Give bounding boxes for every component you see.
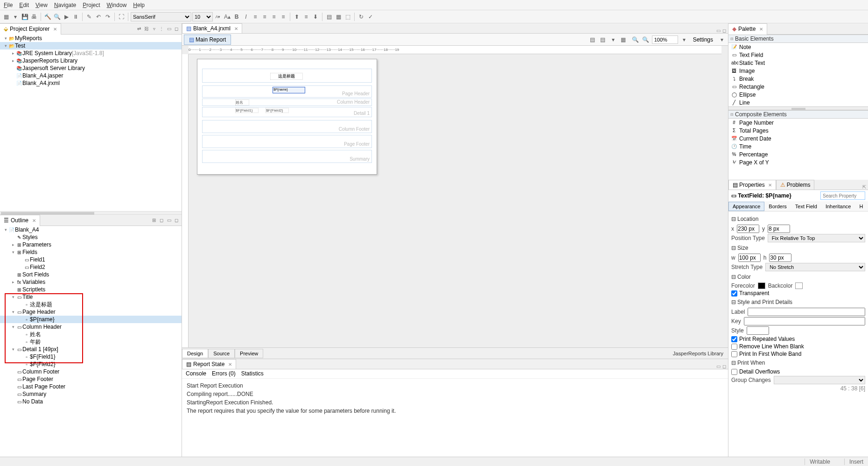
collapse-icon[interactable]: ⇄ bbox=[136, 26, 142, 32]
style-input[interactable] bbox=[747, 326, 769, 335]
close-icon[interactable]: ✕ bbox=[234, 26, 238, 31]
valign-bottom-icon[interactable]: ⬇ bbox=[311, 13, 320, 21]
menu-project[interactable]: Project bbox=[83, 2, 100, 8]
search-icon[interactable]: 🔍 bbox=[53, 13, 61, 21]
menu-help[interactable]: Help bbox=[133, 2, 145, 8]
tree-item[interactable]: 📄Blank_A4.jasper bbox=[0, 72, 182, 79]
align-right-icon[interactable]: ≡ bbox=[270, 13, 278, 21]
valign-top-icon[interactable]: ⬆ bbox=[293, 13, 301, 21]
composite-elements-header[interactable]: ⊟Composite Elements bbox=[728, 110, 868, 119]
title-element[interactable]: 这是标题 bbox=[270, 73, 303, 80]
backcolor-swatch[interactable] bbox=[795, 282, 803, 289]
tree-item[interactable]: ▾▭Detail 1 [49px] bbox=[0, 346, 182, 353]
tree-item[interactable]: 📄Blank_A4.jrxml bbox=[0, 79, 182, 87]
tree-item[interactable]: ▸📚JRE System Library [JavaSE-1.8] bbox=[0, 49, 182, 57]
build-icon[interactable]: 🔨 bbox=[43, 13, 52, 21]
refresh-icon[interactable]: ↻ bbox=[357, 13, 365, 21]
align-center-icon[interactable]: ≡ bbox=[260, 13, 269, 21]
menu-window[interactable]: Window bbox=[107, 2, 127, 8]
palette-item[interactable]: ╱Line bbox=[728, 99, 868, 106]
max-icon[interactable]: ◻ bbox=[173, 217, 180, 224]
min-icon[interactable]: ▭ bbox=[716, 364, 721, 369]
tree-item[interactable]: ▭Column Footer bbox=[0, 368, 182, 375]
view-3-icon[interactable]: ▾ bbox=[609, 35, 617, 44]
tree-item[interactable]: ▫这是标题 bbox=[0, 301, 182, 308]
palette-item[interactable]: ▭Text Field bbox=[728, 51, 868, 59]
palette-item[interactable]: %Percentage bbox=[728, 150, 868, 158]
appearance-subtab[interactable]: Appearance bbox=[728, 202, 764, 211]
max-icon[interactable]: ◻ bbox=[173, 26, 180, 32]
edit-icon[interactable]: ✎ bbox=[85, 13, 93, 21]
menu-navigate[interactable]: Navigate bbox=[54, 2, 76, 8]
tree-item[interactable]: ▭No Data bbox=[0, 398, 182, 405]
w-input[interactable] bbox=[738, 254, 761, 262]
settings-dropdown-icon[interactable]: ▾ bbox=[718, 35, 726, 44]
tree-item[interactable]: ▭Summary bbox=[0, 390, 182, 398]
main-report-tab[interactable]: ▤ Main Report bbox=[184, 35, 231, 45]
design-tab[interactable]: Design bbox=[182, 349, 208, 358]
palette-item[interactable]: ◯Ellipse bbox=[728, 91, 868, 99]
palette-item[interactable]: abcStatic Text bbox=[728, 59, 868, 67]
console-tab[interactable]: Console bbox=[186, 370, 206, 377]
key-input[interactable] bbox=[744, 317, 865, 325]
link-icon[interactable]: ⛓ bbox=[143, 26, 150, 32]
forecolor-swatch[interactable] bbox=[758, 282, 765, 289]
font-inc-icon[interactable]: A▴ bbox=[223, 13, 231, 21]
bold-icon[interactable]: B bbox=[232, 13, 241, 21]
report-state-tab[interactable]: ▤ Report State ✕ bbox=[182, 359, 236, 369]
x-input[interactable] bbox=[737, 225, 759, 233]
search-property-input[interactable] bbox=[820, 191, 865, 200]
layout-3-icon[interactable]: ⬚ bbox=[343, 13, 352, 21]
detail-overflows-checkbox[interactable] bbox=[731, 369, 737, 375]
label-input[interactable] bbox=[748, 308, 865, 316]
debug-icon[interactable]: ⏸ bbox=[71, 13, 80, 21]
check-icon[interactable]: ✓ bbox=[366, 13, 375, 21]
h-input[interactable] bbox=[769, 254, 791, 262]
font-size-select[interactable]: 10 bbox=[192, 12, 213, 21]
align-left-icon[interactable]: ≡ bbox=[251, 13, 259, 21]
view-4-icon[interactable]: ▦ bbox=[619, 35, 628, 44]
print-first-checkbox[interactable] bbox=[731, 351, 737, 357]
palette-item[interactable]: ΣTotal Pages bbox=[728, 127, 868, 134]
new-icon[interactable]: ▦ bbox=[2, 13, 10, 21]
close-icon[interactable]: ✕ bbox=[759, 27, 763, 32]
view-1-icon[interactable]: ▤ bbox=[588, 35, 597, 44]
problems-tab[interactable]: ⚠Problems bbox=[776, 180, 815, 190]
italic-icon[interactable]: I bbox=[242, 13, 250, 21]
toggle-icon[interactable]: ⛶ bbox=[117, 13, 126, 21]
zoom-out-icon[interactable]: 🔍 bbox=[631, 35, 640, 44]
field-element[interactable]: $F{Field2} bbox=[266, 108, 289, 113]
view-2-icon[interactable]: ▤ bbox=[599, 35, 607, 44]
menu-view[interactable]: View bbox=[35, 2, 48, 8]
location-group[interactable]: ⊟Location bbox=[731, 214, 865, 224]
remove-line-checkbox[interactable] bbox=[731, 344, 737, 350]
zoom-dropdown-icon[interactable]: ▾ bbox=[680, 35, 688, 44]
color-group[interactable]: ⊟Color bbox=[731, 272, 865, 282]
project-explorer-tab[interactable]: ⬙ Project Explorer ✕ bbox=[0, 23, 61, 35]
h-subtab[interactable]: H bbox=[855, 202, 867, 211]
palette-tab[interactable]: ◆ Palette ✕ bbox=[728, 23, 767, 35]
properties-tab[interactable]: ▤Properties✕ bbox=[728, 180, 776, 190]
tree-item[interactable]: 📚Jaspersoft Server Library bbox=[0, 64, 182, 72]
valign-middle-icon[interactable]: ≡ bbox=[302, 13, 310, 21]
max-icon[interactable]: ◻ bbox=[722, 28, 726, 33]
palette-item[interactable]: 🕐Time bbox=[728, 142, 868, 150]
ext-icon[interactable]: ⇱ bbox=[862, 184, 866, 190]
palette-item[interactable]: 🖼Image bbox=[728, 67, 868, 75]
menu-file[interactable]: File bbox=[4, 2, 13, 8]
inheritance-subtab[interactable]: Inheritance bbox=[821, 202, 855, 211]
tree-item[interactable]: ▭Field1 bbox=[0, 256, 182, 263]
field-element[interactable]: $F{Field1} bbox=[235, 108, 259, 113]
tree-item[interactable]: ▾▭Page Header bbox=[0, 308, 182, 316]
size-group[interactable]: ⊟Size bbox=[731, 243, 865, 253]
report-canvas[interactable]: 0········1········2········3········4···… bbox=[182, 46, 728, 359]
run-icon[interactable]: ▶ bbox=[62, 13, 70, 21]
transparent-checkbox[interactable] bbox=[731, 290, 737, 297]
close-icon[interactable]: ✕ bbox=[228, 362, 232, 367]
tree-item[interactable]: ▭Page Footer bbox=[0, 375, 182, 383]
outline-tree[interactable]: ▾📄Blank_A4✎Styles▸⊞Parameters▾⊞Fields▭Fi… bbox=[0, 226, 182, 457]
tree-item[interactable]: ▸📚JasperReports Library bbox=[0, 57, 182, 64]
tree-item[interactable]: ▸⊞Parameters bbox=[0, 241, 182, 248]
min-icon[interactable]: ▭ bbox=[716, 28, 721, 33]
font-dec-icon[interactable]: A▾ bbox=[214, 13, 222, 21]
